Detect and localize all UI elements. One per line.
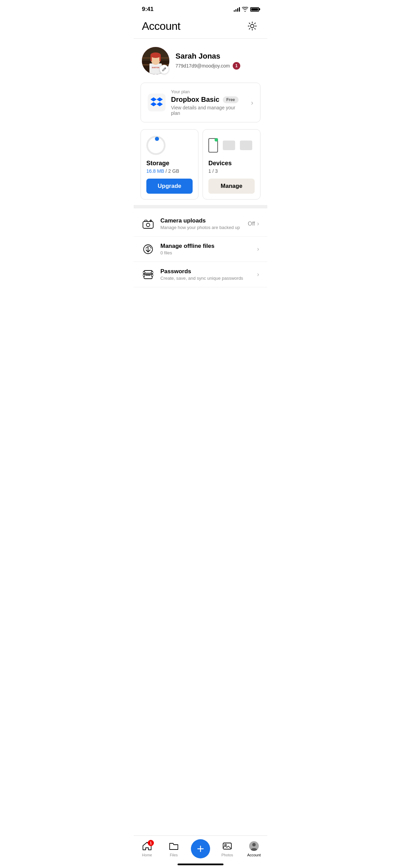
offline-icon	[143, 244, 154, 255]
profile-email: 779d17d9@moodjoy.com	[175, 63, 230, 69]
storage-visual	[146, 135, 193, 156]
gear-icon	[247, 21, 257, 31]
camera-uploads-subtitle: Manage how your photos are backed up	[160, 225, 242, 230]
inactive-device-2	[240, 141, 252, 150]
svg-point-26	[149, 275, 150, 276]
status-icons	[234, 7, 259, 12]
svg-marker-10	[150, 97, 157, 101]
camera-uploads-title: Camera uploads	[160, 217, 242, 224]
profile-section: BARTON Sarah Jonas 779d17d9@moodjoy.com …	[134, 39, 267, 81]
device-active-dot	[215, 138, 218, 142]
svg-point-25	[148, 275, 149, 276]
dropbox-logo-box	[148, 94, 166, 111]
status-bar: 9:41	[134, 0, 267, 16]
profile-name: Sarah Jonas	[175, 52, 259, 61]
storage-circle	[146, 136, 166, 155]
devices-title: Devices	[208, 160, 255, 167]
svg-text:BARTON: BARTON	[152, 67, 159, 69]
pencil-icon	[162, 67, 167, 72]
edit-avatar-button[interactable]	[160, 65, 169, 74]
profile-email-row: 779d17d9@moodjoy.com 1	[175, 62, 259, 70]
plan-name-row: Dropbox Basic Free	[171, 96, 245, 104]
offline-files-icon	[142, 243, 154, 255]
camera-uploads-text: Camera uploads Manage how your photos ar…	[160, 217, 242, 230]
plan-info: Your plan Dropbox Basic Free View detail…	[171, 89, 245, 116]
signal-icon	[234, 7, 240, 12]
battery-icon	[250, 7, 259, 12]
settings-button[interactable]	[245, 19, 259, 33]
passwords-text: Passwords Create, save, and sync unique …	[160, 268, 251, 281]
storage-card: Storage 16.8 MB / 2 GB Upgrade	[141, 129, 198, 200]
page-header: Account	[134, 16, 267, 38]
storage-amount: 16.8 MB / 2 GB	[146, 168, 193, 174]
manage-button[interactable]: Manage	[208, 179, 255, 194]
passwords-item[interactable]: Passwords Create, save, and sync unique …	[134, 262, 267, 287]
passwords-right: ›	[257, 271, 259, 278]
offline-files-item[interactable]: Manage offline files 0 files ›	[134, 237, 267, 262]
svg-marker-13	[157, 102, 163, 106]
storage-title: Storage	[146, 160, 193, 167]
offline-files-subtitle: 0 files	[160, 250, 251, 255]
storage-total: 2 GB	[168, 168, 179, 174]
offline-files-title: Manage offline files	[160, 243, 251, 250]
camera-icon	[143, 219, 154, 229]
svg-marker-12	[150, 102, 157, 106]
password-icon	[143, 269, 153, 280]
svg-rect-7	[150, 55, 152, 61]
svg-rect-8	[159, 55, 161, 61]
devices-visual	[208, 135, 255, 156]
upgrade-button[interactable]: Upgrade	[146, 179, 193, 194]
svg-point-23	[151, 272, 153, 274]
plan-arrow-icon: ›	[251, 99, 253, 107]
passwords-icon	[142, 268, 154, 281]
active-device-icon	[208, 138, 218, 153]
svg-point-16	[146, 223, 150, 227]
profile-info: Sarah Jonas 779d17d9@moodjoy.com 1	[175, 52, 259, 70]
status-time: 9:41	[142, 6, 154, 13]
passwords-title: Passwords	[160, 268, 251, 275]
svg-point-24	[146, 275, 147, 276]
plan-description: View details and manage your plan	[171, 105, 245, 116]
camera-uploads-right: Off ›	[248, 220, 259, 227]
camera-uploads-value: Off	[248, 221, 255, 227]
offline-files-text: Manage offline files 0 files	[160, 243, 251, 255]
storage-dot	[155, 137, 159, 141]
camera-uploads-item[interactable]: Camera uploads Manage how your photos ar…	[134, 211, 267, 237]
dropbox-logo-icon	[150, 97, 163, 108]
svg-point-21	[151, 274, 153, 276]
camera-uploads-icon	[142, 218, 154, 230]
svg-point-20	[143, 274, 145, 276]
plan-label: Your plan	[171, 89, 245, 94]
svg-point-22	[143, 272, 145, 274]
svg-point-6	[150, 52, 161, 58]
camera-uploads-chevron-icon: ›	[257, 220, 259, 227]
wifi-icon	[242, 7, 248, 12]
plan-card[interactable]: Your plan Dropbox Basic Free View detail…	[141, 83, 260, 122]
svg-marker-11	[157, 97, 163, 101]
page-title: Account	[142, 20, 180, 33]
cards-row: Storage 16.8 MB / 2 GB Upgrade Devices 1…	[134, 128, 267, 205]
devices-card: Devices 1 / 3 Manage	[203, 129, 260, 200]
offline-files-right: ›	[257, 245, 259, 253]
svg-rect-15	[143, 221, 153, 228]
avatar-container: BARTON	[142, 47, 169, 74]
svg-rect-18	[144, 273, 152, 279]
devices-count: 1 / 3	[208, 168, 255, 174]
menu-section: Camera uploads Manage how your photos ar…	[134, 208, 267, 290]
free-badge: Free	[223, 96, 238, 103]
notification-badge[interactable]: 1	[233, 62, 240, 70]
passwords-chevron-icon: ›	[257, 271, 259, 278]
section-divider	[134, 205, 267, 208]
plan-name: Dropbox Basic	[171, 96, 219, 104]
passwords-subtitle: Create, save, and sync unique passwords	[160, 276, 251, 281]
offline-files-chevron-icon: ›	[257, 245, 259, 253]
storage-used: 16.8 MB	[146, 168, 164, 174]
storage-separator: /	[166, 168, 168, 174]
inactive-device-1	[223, 141, 235, 150]
